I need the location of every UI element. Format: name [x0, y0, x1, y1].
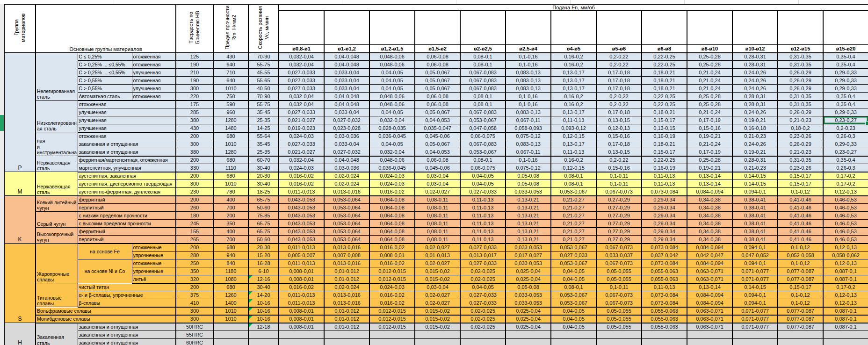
feed-cell[interactable]: 0,016-0,02 — [279, 172, 324, 180]
feed-cell[interactable]: 0,015-0,02 — [415, 307, 460, 315]
feed-col-header[interactable]: ø1,5-ø2 — [415, 45, 460, 53]
feed-cell[interactable]: 0,005-0,007 — [279, 252, 324, 259]
feed-cell[interactable]: 0,016-0,02 — [369, 188, 415, 196]
feed-cell[interactable]: 0,04-0,05 — [551, 275, 596, 283]
feed-cell[interactable]: 0,24-0,26 — [732, 77, 778, 85]
strength-cell[interactable]: 940 — [213, 252, 248, 259]
material-group-cell[interactable]: Закаленная сталь — [36, 323, 78, 345]
feed-cell[interactable]: 0,012-0,015 — [369, 307, 415, 315]
feed-cell[interactable]: 0,058-0,062 — [823, 252, 868, 259]
feed-cell[interactable]: 0,083-0,13 — [506, 69, 551, 77]
state-cell[interactable]: улучшенная — [78, 108, 176, 116]
feed-cell[interactable]: 0,052-0,058 — [778, 252, 823, 259]
feed-cell[interactable]: 0,027-0,032 — [324, 148, 369, 156]
feed-cell[interactable]: 0,03-0,04 — [415, 180, 460, 188]
hardness-cell[interactable]: 375 — [176, 291, 213, 299]
feed-cell[interactable]: 0,35-0,4 — [823, 93, 868, 101]
state-cell[interactable]: улучшенная — [78, 124, 176, 132]
state-cell[interactable]: с высоким пределом прочности — [78, 220, 176, 228]
feed-cell[interactable]: 0,025-0,04 — [506, 275, 551, 283]
feed-cell[interactable]: 0,033-0,04 — [324, 108, 369, 116]
hardness-cell[interactable]: 245 — [176, 220, 213, 228]
feed-cell[interactable]: 0,053-0,067 — [460, 116, 506, 124]
state-cell[interactable]: упрочненные — [132, 267, 176, 275]
strength-cell[interactable]: 1400 — [213, 299, 248, 307]
feed-cell[interactable]: 0,18-0,21 — [642, 69, 687, 77]
feed-cell[interactable]: 0,048-0,06 — [369, 53, 415, 61]
feed-cell[interactable]: 0,26-0,3 — [823, 164, 868, 172]
feed-cell[interactable]: 0,071-0,077 — [732, 267, 778, 275]
feed-cell[interactable]: 0,13-0,21 — [506, 220, 551, 228]
feed-cell[interactable]: 0,21-0,27 — [551, 236, 596, 244]
strength-cell[interactable]: 1280 — [213, 148, 248, 156]
feed-cell[interactable]: 0,14-0,15 — [732, 180, 778, 188]
feed-cell[interactable]: 0,043-0,053 — [279, 236, 324, 244]
feed-cell[interactable]: 0,28-0,31 — [732, 93, 778, 101]
feed-cell[interactable]: 0,08-0,1 — [460, 156, 506, 164]
header-hardness-column[interactable]: Твердость по Бринеллю HB — [176, 4, 213, 53]
speed-cell[interactable]: 6-10 — [248, 267, 279, 275]
feed-cell[interactable] — [415, 339, 460, 345]
hardness-cell[interactable]: 200 — [176, 244, 213, 252]
hardness-cell[interactable]: 50HRC — [176, 323, 213, 331]
feed-cell[interactable]: 0,019-0,023 — [279, 124, 324, 132]
feed-cell[interactable]: 0,06-0,08 — [415, 61, 460, 69]
feed-cell[interactable]: 0,23-0,27 — [823, 148, 868, 156]
feed-cell[interactable]: 0,21-0,23 — [732, 132, 778, 140]
hardness-cell[interactable]: 430 — [176, 124, 213, 132]
feed-cell[interactable]: 0,03-0,04 — [415, 172, 460, 180]
header-strength-column[interactable]: Предел прочности Rm, Н/мм2 — [213, 4, 248, 53]
feed-cell[interactable]: 0,16-0,18 — [732, 124, 778, 132]
feed-col-header[interactable]: ø8-ø10 — [687, 45, 732, 53]
feed-cell[interactable]: 0,02-0,025 — [460, 307, 506, 315]
speed-cell[interactable]: 16-28 — [248, 259, 279, 267]
feed-cell[interactable]: 0,25-0,28 — [687, 53, 732, 61]
feed-cell[interactable]: 0,02-0,025 — [460, 267, 506, 275]
speed-cell[interactable]: 14-20 — [248, 291, 279, 299]
speed-cell[interactable]: 30-40 — [248, 283, 279, 291]
feed-cell[interactable]: 0,027-0,033 — [460, 291, 506, 299]
feed-cell[interactable]: 0,047-0,058 — [460, 124, 506, 132]
feed-cell[interactable]: 0,015-0,02 — [415, 267, 460, 275]
feed-cell[interactable]: 0,08-0,1 — [460, 61, 506, 69]
feed-cell[interactable]: 0,033-0,04 — [324, 77, 369, 85]
feed-cell[interactable]: 0,1-0,12 — [778, 244, 823, 252]
feed-cell[interactable]: 0,25-0,28 — [687, 156, 732, 164]
feed-cell[interactable]: 0,01-0,013 — [415, 252, 460, 259]
feed-cell[interactable]: 0,31-0,35 — [778, 156, 823, 164]
hardness-cell[interactable]: 330 — [176, 164, 213, 172]
feed-cell[interactable] — [506, 339, 551, 345]
feed-cell[interactable]: 0,26-0,3 — [823, 132, 868, 140]
feed-cell[interactable]: 0,46-0,53 — [823, 212, 868, 220]
feed-cell[interactable]: 0,13-0,17 — [551, 140, 596, 148]
hardness-cell[interactable]: 200 — [176, 172, 213, 180]
feed-cell[interactable]: 0,22-0,25 — [642, 53, 687, 61]
feed-cell[interactable]: 0,055-0,063 — [642, 323, 687, 331]
feed-cell[interactable]: 0,1-0,11 — [596, 172, 642, 180]
feed-cell[interactable]: 0,15-0,17 — [778, 180, 823, 188]
feed-cell[interactable] — [823, 331, 868, 339]
feed-cell[interactable]: 0,27-0,29 — [596, 220, 642, 228]
feed-cell[interactable]: 0,011-0,013 — [279, 244, 324, 252]
feed-cell[interactable]: 0,067-0,073 — [596, 299, 642, 307]
hardness-cell[interactable]: 230 — [176, 188, 213, 196]
feed-cell[interactable]: 0,29-0,33 — [823, 77, 868, 85]
feed-cell[interactable]: 0,13-0,21 — [506, 212, 551, 220]
feed-cell[interactable]: 0,013-0,017 — [460, 252, 506, 259]
state-cell[interactable]: отожженная — [132, 53, 176, 61]
feed-cell[interactable]: 0,008-0,01 — [279, 315, 324, 323]
feed-col-header[interactable]: ø0,8-ø1 — [279, 45, 324, 53]
feed-cell[interactable]: 0,008-0,01 — [279, 307, 324, 315]
speed-cell[interactable] — [248, 339, 279, 345]
feed-cell[interactable]: 0,08-0,1 — [551, 172, 596, 180]
feed-cell[interactable]: 0,15-0,16 — [596, 164, 642, 172]
speed-cell[interactable]: 12-18 — [248, 323, 279, 331]
feed-cell[interactable]: 0,06-0,075 — [460, 164, 506, 172]
feed-cell[interactable]: 0,34-0,38 — [687, 204, 732, 212]
feed-cell[interactable] — [551, 331, 596, 339]
hardness-cell[interactable]: 380 — [176, 148, 213, 156]
group-letter-cell[interactable]: P — [4, 53, 36, 172]
feed-cell[interactable]: 0,15-0,17 — [642, 148, 687, 156]
feed-cell[interactable]: 0,027-0,032 — [324, 116, 369, 124]
feed-cell[interactable]: 0,058-0,093 — [506, 124, 551, 132]
